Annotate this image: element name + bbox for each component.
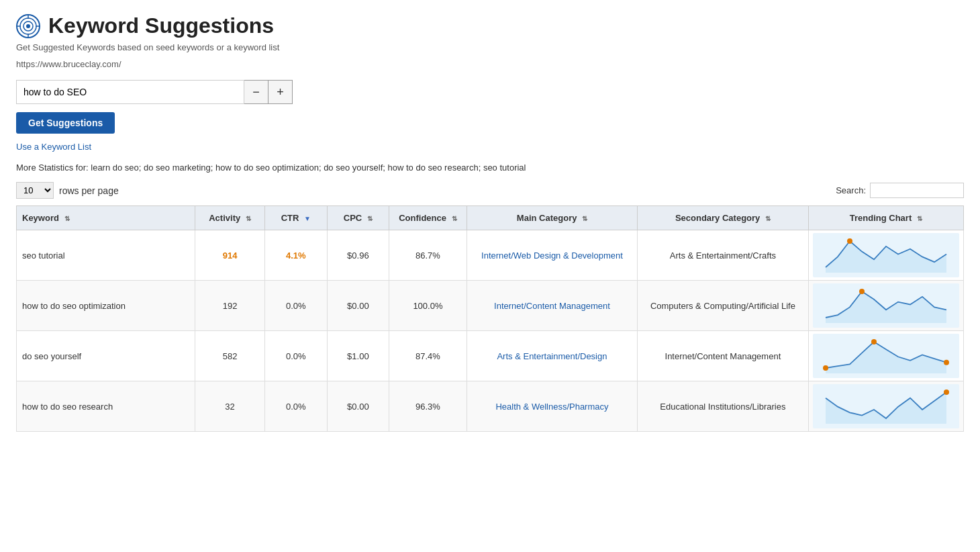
subtitle: Get Suggested Keywords based on seed key… bbox=[16, 42, 964, 52]
table-row: how to do seo research 32 0.0% $0.00 96.… bbox=[17, 381, 964, 432]
page-title: Keyword Suggestions bbox=[48, 13, 274, 38]
cell-cpc: $0.00 bbox=[327, 381, 389, 432]
rows-per-page-select[interactable]: 10 25 50 100 bbox=[16, 182, 54, 199]
chart-wrapper bbox=[813, 334, 959, 378]
svg-point-3 bbox=[26, 24, 30, 28]
col-header-confidence[interactable]: Confidence ⇅ bbox=[389, 206, 467, 230]
more-stats-prefix: More Statistics for: bbox=[16, 163, 89, 173]
cell-confidence: 96.3% bbox=[389, 381, 467, 432]
more-stats-keywords: learn do seo; do seo marketing; how to d… bbox=[91, 163, 526, 173]
input-row: − + bbox=[16, 80, 964, 104]
sort-icon-cpc: ⇅ bbox=[367, 215, 373, 222]
table-header-row: Keyword ⇅ Activity ⇅ CTR ▼ CPC ⇅ Confide… bbox=[17, 206, 964, 230]
svg-point-9 bbox=[847, 238, 852, 244]
search-input[interactable] bbox=[870, 183, 964, 198]
cell-ctr: 0.0% bbox=[265, 281, 328, 331]
col-header-activity[interactable]: Activity ⇅ bbox=[195, 206, 265, 230]
sort-icon-confidence: ⇅ bbox=[452, 215, 457, 222]
cell-ctr: 0.0% bbox=[265, 381, 328, 432]
cell-ctr: 0.0% bbox=[265, 331, 328, 381]
cell-activity: 192 bbox=[195, 281, 265, 331]
use-keyword-list-link[interactable]: Use a Keyword List bbox=[16, 142, 964, 152]
cell-main-category: Health & Wellness/Pharmacy bbox=[467, 381, 637, 432]
sort-icon-ctr: ▼ bbox=[304, 215, 311, 222]
sort-icon-sec-cat: ⇅ bbox=[765, 215, 771, 222]
col-header-secondary-category[interactable]: Secondary Category ⇅ bbox=[638, 206, 808, 230]
svg-point-17 bbox=[944, 389, 949, 395]
cell-activity: 32 bbox=[195, 381, 265, 432]
sort-icon-chart: ⇅ bbox=[917, 215, 922, 222]
cell-secondary-category: Internet/Content Management bbox=[638, 331, 808, 381]
rows-per-page-wrapper: 10 25 50 100 rows per page bbox=[16, 182, 119, 199]
cell-cpc: $0.96 bbox=[327, 230, 389, 281]
svg-point-14 bbox=[871, 339, 877, 344]
target-icon bbox=[16, 14, 40, 38]
table-row: seo tutorial 914 4.1% $0.96 86.7% Intern… bbox=[17, 230, 964, 281]
cell-main-category: Internet/Content Management bbox=[467, 281, 637, 331]
cell-keyword: do seo yourself bbox=[17, 331, 195, 381]
cell-ctr: 4.1% bbox=[265, 230, 328, 281]
chart-wrapper bbox=[813, 283, 959, 328]
more-stats: More Statistics for: learn do seo; do se… bbox=[16, 163, 964, 173]
chart-wrapper bbox=[813, 233, 959, 277]
cell-keyword: how to do seo research bbox=[17, 381, 195, 432]
cell-confidence: 87.4% bbox=[389, 331, 467, 381]
rows-per-page-label: rows per page bbox=[59, 185, 119, 196]
keyword-input[interactable] bbox=[16, 80, 244, 104]
search-wrapper: Search: bbox=[836, 183, 964, 198]
search-label: Search: bbox=[836, 185, 866, 195]
plus-button[interactable]: + bbox=[268, 80, 293, 104]
cell-keyword: seo tutorial bbox=[17, 230, 195, 281]
minus-button[interactable]: − bbox=[244, 80, 268, 104]
cell-cpc: $0.00 bbox=[327, 281, 389, 331]
cell-trending-chart bbox=[808, 331, 963, 381]
cell-trending-chart bbox=[808, 381, 963, 432]
cell-secondary-category: Computers & Computing/Artificial Life bbox=[638, 281, 808, 331]
col-header-ctr[interactable]: CTR ▼ bbox=[265, 206, 328, 230]
sort-icon-activity: ⇅ bbox=[246, 215, 251, 222]
cell-trending-chart bbox=[808, 281, 963, 331]
cell-main-category: Internet/Web Design & Development bbox=[467, 230, 637, 281]
col-header-cpc[interactable]: CPC ⇅ bbox=[327, 206, 389, 230]
svg-marker-10 bbox=[826, 291, 946, 323]
col-header-keyword[interactable]: Keyword ⇅ bbox=[17, 206, 195, 230]
table-controls: 10 25 50 100 rows per page Search: bbox=[16, 182, 964, 199]
site-url: https://www.bruceclay.com/ bbox=[16, 59, 964, 69]
chart-wrapper bbox=[813, 384, 959, 428]
cell-secondary-category: Educational Institutions/Libraries bbox=[638, 381, 808, 432]
get-suggestions-button[interactable]: Get Suggestions bbox=[16, 112, 115, 134]
cell-main-category: Arts & Entertainment/Design bbox=[467, 331, 637, 381]
cell-activity: 914 bbox=[195, 230, 265, 281]
cell-confidence: 86.7% bbox=[389, 230, 467, 281]
sort-icon-main-cat: ⇅ bbox=[582, 215, 587, 222]
col-header-main-category[interactable]: Main Category ⇅ bbox=[467, 206, 637, 230]
svg-point-11 bbox=[859, 289, 865, 294]
cell-secondary-category: Arts & Entertainment/Crafts bbox=[638, 230, 808, 281]
cell-keyword: how to do seo optimization bbox=[17, 281, 195, 331]
keywords-table: Keyword ⇅ Activity ⇅ CTR ▼ CPC ⇅ Confide… bbox=[16, 205, 964, 432]
cell-confidence: 100.0% bbox=[389, 281, 467, 331]
table-row: how to do seo optimization 192 0.0% $0.0… bbox=[17, 281, 964, 331]
svg-point-13 bbox=[823, 365, 828, 371]
col-header-trending-chart[interactable]: Trending Chart ⇅ bbox=[808, 206, 963, 230]
cell-activity: 582 bbox=[195, 331, 265, 381]
table-row: do seo yourself 582 0.0% $1.00 87.4% Art… bbox=[17, 331, 964, 381]
page-header: Keyword Suggestions bbox=[16, 13, 964, 38]
sort-icon-keyword: ⇅ bbox=[64, 215, 70, 222]
svg-point-15 bbox=[944, 360, 949, 365]
svg-marker-12 bbox=[826, 342, 946, 373]
cell-cpc: $1.00 bbox=[327, 331, 389, 381]
cell-trending-chart bbox=[808, 230, 963, 281]
